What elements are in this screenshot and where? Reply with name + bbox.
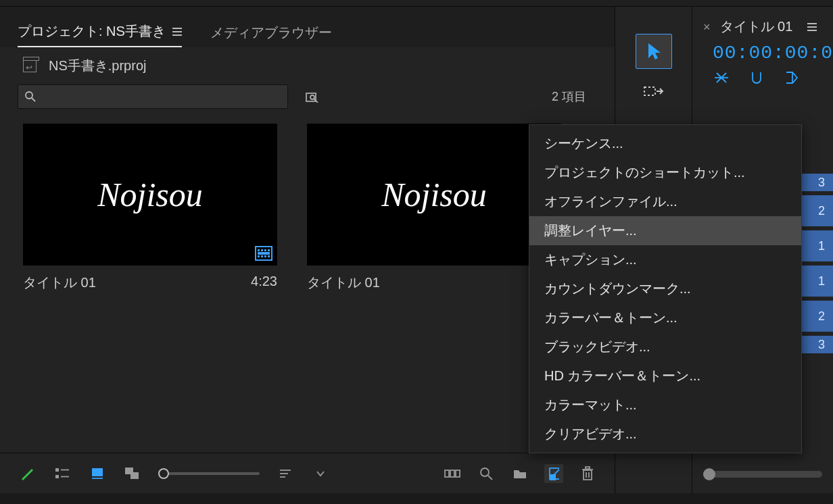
write-mode-icon[interactable] — [18, 464, 37, 483]
freeform-view-icon[interactable] — [123, 464, 142, 483]
menu-item-color-matte[interactable]: カラーマット... — [529, 390, 801, 420]
trash-icon[interactable] — [578, 464, 597, 483]
svg-rect-12 — [130, 472, 139, 479]
menu-item-clear-video[interactable]: クリアビデオ... — [529, 420, 801, 449]
item-duration: 4:23 — [251, 274, 277, 292]
svg-rect-28 — [644, 87, 655, 95]
timeline-zoom-slider[interactable] — [703, 471, 822, 478]
app-top-strip — [0, 0, 833, 7]
svg-rect-27 — [586, 467, 590, 469]
svg-point-0 — [26, 92, 32, 99]
menu-item-countdown[interactable]: カウントダウンマーク... — [529, 274, 801, 303]
track-select-tool[interactable] — [636, 76, 672, 111]
list-view-icon[interactable] — [53, 464, 72, 483]
new-bin-icon[interactable] — [510, 464, 529, 483]
menu-item-adjustment-layer[interactable]: 調整レイヤー... — [529, 216, 801, 245]
find-icon[interactable] — [477, 464, 496, 483]
svg-rect-17 — [450, 470, 454, 477]
thumb-size-slider[interactable] — [158, 472, 260, 475]
svg-point-19 — [481, 468, 489, 476]
tab-project[interactable]: プロジェクト: NS手書き — [18, 22, 182, 47]
menu-item-black-video[interactable]: ブラックビデオ... — [529, 332, 801, 361]
sequence-name: タイトル 01 — [720, 18, 793, 36]
svg-rect-18 — [456, 470, 460, 477]
menu-item-offline-file[interactable]: オフラインファイル... — [529, 187, 801, 216]
panel-menu-icon[interactable] — [172, 28, 182, 36]
item-name: タイトル 01 — [307, 274, 380, 292]
thumbnail-text: Nojisou — [97, 175, 203, 214]
icon-view-icon[interactable] — [88, 464, 107, 483]
timeline-header: × タイトル 01 — [692, 14, 833, 40]
project-bottom-bar — [0, 453, 615, 493]
menu-item-hd-color-bars[interactable]: HD カラーバー＆トーン... — [529, 361, 801, 390]
timeline-zoom — [692, 455, 833, 493]
snap-icon[interactable] — [749, 70, 765, 86]
menu-item-caption[interactable]: キャプション... — [529, 245, 801, 274]
tab-media-browser-label: メディアブラウザー — [210, 24, 332, 42]
insert-mode-icon[interactable] — [714, 70, 730, 86]
svg-line-1 — [32, 98, 35, 101]
svg-rect-7 — [55, 475, 59, 478]
item-name: タイトル 01 — [23, 274, 96, 292]
menu-item-sequence[interactable]: シーケンス... — [529, 129, 801, 158]
tab-project-label: プロジェクト: NS手書き — [18, 22, 166, 41]
sort-dropdown-icon[interactable] — [311, 464, 330, 483]
selection-tool[interactable] — [636, 34, 672, 69]
search-icon — [25, 91, 36, 102]
panel-tabs: プロジェクト: NS手書き メディアブラウザー — [0, 7, 615, 47]
new-item-icon[interactable] — [544, 464, 563, 483]
project-panel: プロジェクト: NS手書き メディアブラウザー ↩ NS手書き.prproj 2… — [0, 7, 615, 493]
menu-item-project-shortcut[interactable]: プロジェクトのショートカット... — [529, 158, 801, 187]
close-sequence-icon[interactable]: × — [703, 21, 711, 33]
timeline-options — [692, 70, 833, 92]
timeline-menu-icon[interactable] — [807, 23, 817, 31]
sort-icon[interactable] — [276, 464, 295, 483]
svg-rect-23 — [584, 470, 592, 480]
new-item-context-menu: シーケンス... プロジェクトのショートカット... オフラインファイル... … — [529, 124, 802, 453]
svg-rect-22 — [550, 474, 556, 480]
linked-selection-icon[interactable] — [784, 70, 801, 86]
project-file-bar: ↩ NS手書き.prproj — [0, 47, 615, 78]
project-item[interactable]: Nojisou タイトル 01 4:23 — [15, 124, 285, 443]
svg-rect-16 — [445, 470, 449, 477]
menu-item-color-bars-tone[interactable]: カラーバー＆トーン... — [529, 303, 801, 332]
filter-bin-icon[interactable] — [302, 86, 325, 107]
svg-rect-9 — [92, 468, 103, 476]
item-meta: タイトル 01 4:23 — [15, 266, 285, 300]
item-thumbnail[interactable]: Nojisou — [23, 124, 277, 266]
item-count-label: 2 項目 — [552, 89, 597, 105]
bin-up-icon[interactable]: ↩ — [23, 60, 37, 72]
svg-line-20 — [488, 476, 492, 480]
svg-rect-5 — [55, 468, 59, 472]
automate-sequence-icon[interactable] — [443, 464, 462, 483]
search-bar: 2 項目 — [0, 78, 615, 114]
project-file-name: NS手書き.prproj — [49, 57, 146, 75]
item-thumbnail[interactable]: Nojisou — [307, 124, 561, 266]
project-items-grid: Nojisou タイトル 01 4:23 Nojisou タイトル 01 — [0, 114, 615, 453]
thumbnail-text: Nojisou — [381, 175, 487, 214]
sequence-badge-icon — [255, 246, 272, 261]
timecode-display[interactable]: 00:00:00:00 — [692, 40, 833, 70]
search-input[interactable] — [18, 84, 288, 109]
tab-media-browser[interactable]: メディアブラウザー — [210, 24, 332, 47]
